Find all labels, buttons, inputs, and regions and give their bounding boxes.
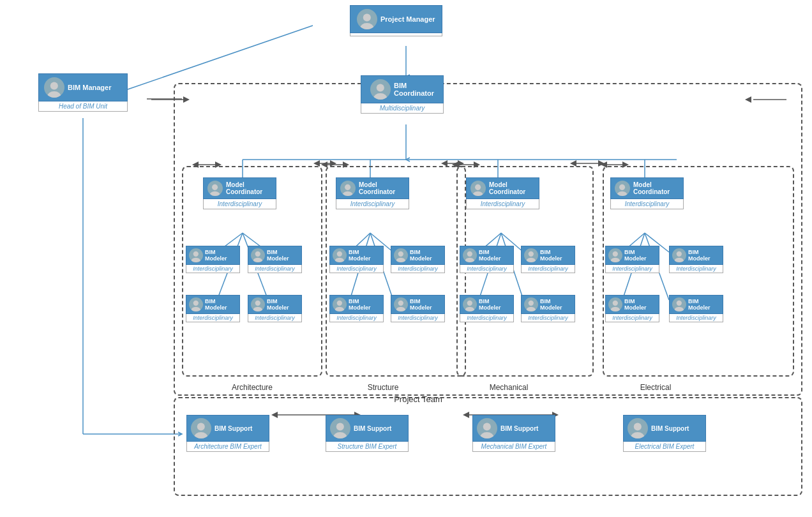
bim-modeler-elec-2: BIMModeler Interdisciplinary xyxy=(669,246,723,273)
svg-point-91 xyxy=(527,258,536,262)
svg-marker-56 xyxy=(622,161,629,168)
bim-support-mech-node: BIM Support Mechanical BIM Expert xyxy=(472,415,555,452)
svg-point-103 xyxy=(675,307,684,311)
svg-point-111 xyxy=(631,432,645,438)
bim-modeler-struct-3: BIMModeler Interdisciplinary xyxy=(329,295,384,322)
bim-modeler-mech-2: BIMModeler Interdisciplinary xyxy=(521,246,575,273)
bim-modeler-struct-2: BIMModeler Interdisciplinary xyxy=(391,246,445,273)
model-coord-arch-box: ModelCoordinator xyxy=(203,177,276,199)
bim-manager-node: BIM Manager Head of BIM Unit xyxy=(38,73,128,112)
bim-modeler-mech-4: BIMModeler Interdisciplinary xyxy=(521,295,575,322)
svg-marker-37 xyxy=(458,160,464,167)
svg-point-97 xyxy=(611,258,620,262)
svg-point-66 xyxy=(345,184,350,190)
svg-point-73 xyxy=(192,258,201,262)
mc-arch-avatar xyxy=(207,181,223,196)
svg-marker-35 xyxy=(313,160,320,167)
project-team-label: Project Team xyxy=(370,394,466,404)
svg-point-89 xyxy=(465,258,475,262)
svg-marker-43 xyxy=(183,96,190,103)
mech-label: Mechanical xyxy=(480,383,538,392)
bim-coordinator-title: BIMCoordinator xyxy=(394,82,434,97)
mc-elec-avatar xyxy=(615,181,630,196)
bim-modeler-elec-4: BIMModeler Interdisciplinary xyxy=(669,295,723,322)
svg-point-105 xyxy=(194,432,208,438)
org-chart: Project Manager BIM Manager Head of BIM … xyxy=(0,0,812,517)
bim-modeler-mech-1: BIMModeler Interdisciplinary xyxy=(460,246,514,273)
svg-point-102 xyxy=(677,301,682,306)
svg-point-108 xyxy=(483,423,491,430)
model-coord-arch-node: ModelCoordinator Interdisciplinary xyxy=(203,177,276,209)
svg-point-70 xyxy=(619,184,625,190)
svg-point-67 xyxy=(343,191,353,196)
svg-marker-48 xyxy=(192,161,199,168)
svg-line-1 xyxy=(128,26,313,89)
svg-point-99 xyxy=(675,258,684,262)
svg-point-110 xyxy=(634,423,642,430)
bim-modeler-arch-3: BIMModeler Interdisciplinary xyxy=(186,295,240,322)
bim-manager-title: BIM Manager xyxy=(68,84,111,91)
struct-label: Structure xyxy=(354,383,412,392)
model-coord-struct-node: ModelCoordinator Interdisciplinary xyxy=(336,177,409,209)
svg-point-86 xyxy=(398,301,403,306)
svg-marker-32 xyxy=(463,412,469,418)
bim-coordinator-subtitle: Multidisciplinary xyxy=(361,103,444,114)
svg-point-58 xyxy=(363,13,371,21)
svg-point-60 xyxy=(50,82,58,89)
model-coord-elec-node: ModelCoordinator Interdisciplinary xyxy=(610,177,684,209)
arch-label: Architecture xyxy=(223,383,281,392)
bim-support-elec-node: BIM Support Electrical BIM Expert xyxy=(623,415,706,452)
svg-point-98 xyxy=(677,251,682,257)
svg-marker-41 xyxy=(570,160,576,167)
project-manager-node: Project Manager xyxy=(350,5,442,36)
svg-point-96 xyxy=(613,251,618,257)
bim-support-struct-node: BIM Support Structure BIM Expert xyxy=(326,415,409,452)
svg-point-83 xyxy=(396,258,406,262)
svg-marker-38 xyxy=(441,160,447,167)
bim-modeler-arch-2: BIMModeler Interdisciplinary xyxy=(248,246,302,273)
svg-marker-53 xyxy=(474,161,480,168)
svg-point-71 xyxy=(617,191,628,196)
svg-point-81 xyxy=(335,258,345,262)
svg-point-95 xyxy=(527,307,536,311)
elec-label: Electrical xyxy=(627,383,684,392)
svg-point-64 xyxy=(212,184,218,190)
bim-modeler-arch-4: BIMModeler Interdisciplinary xyxy=(248,295,302,322)
svg-point-94 xyxy=(529,301,534,306)
bm-arch-2-avatar xyxy=(251,248,265,262)
project-manager-avatar xyxy=(357,9,377,29)
bm-arch-3-avatar xyxy=(189,297,203,311)
model-coord-mech-node: ModelCoordinator Interdisciplinary xyxy=(466,177,539,209)
svg-point-80 xyxy=(337,251,342,257)
svg-point-87 xyxy=(396,307,406,311)
svg-marker-50 xyxy=(343,161,349,168)
svg-point-72 xyxy=(193,251,199,257)
model-coord-elec-box: ModelCoordinator xyxy=(610,177,684,199)
svg-marker-40 xyxy=(598,160,605,167)
model-coord-mech-box: ModelCoordinator xyxy=(466,177,539,199)
svg-point-82 xyxy=(398,251,403,257)
svg-point-84 xyxy=(337,301,342,306)
svg-point-85 xyxy=(335,307,345,311)
svg-point-75 xyxy=(253,258,263,262)
svg-point-109 xyxy=(480,432,494,438)
bim-modeler-mech-3: BIMModeler Interdisciplinary xyxy=(460,295,514,322)
project-manager-box: Project Manager xyxy=(350,5,442,33)
bim-manager-avatar xyxy=(44,77,64,98)
svg-point-59 xyxy=(360,23,374,29)
svg-point-101 xyxy=(611,307,620,311)
svg-point-74 xyxy=(255,251,260,257)
svg-point-62 xyxy=(377,84,384,91)
model-coord-struct-box: ModelCoordinator xyxy=(336,177,409,199)
svg-point-104 xyxy=(197,423,205,430)
svg-point-90 xyxy=(529,251,534,257)
svg-point-68 xyxy=(475,184,481,190)
bim-coordinator-box: BIMCoordinator xyxy=(361,75,444,103)
bim-modeler-struct-4: BIMModeler Interdisciplinary xyxy=(391,295,445,322)
svg-point-63 xyxy=(373,93,387,100)
svg-marker-47 xyxy=(215,161,222,168)
svg-point-107 xyxy=(333,432,347,438)
bim-support-arch-node: BIM Support Architecture BIM Expert xyxy=(186,415,269,452)
svg-point-100 xyxy=(613,301,618,306)
bim-modeler-struct-1: BIMModeler Interdisciplinary xyxy=(329,246,384,273)
